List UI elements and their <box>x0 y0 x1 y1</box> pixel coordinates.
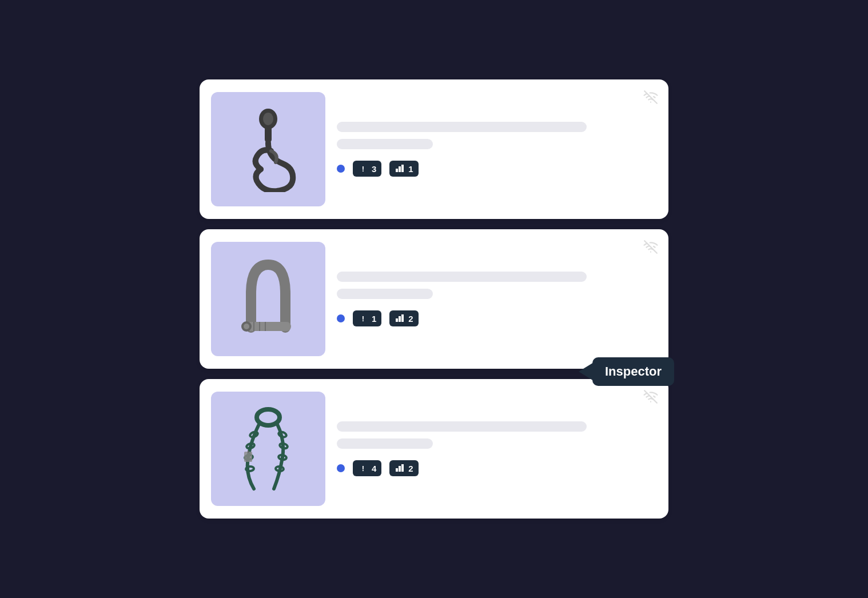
svg-rect-3 <box>396 169 398 172</box>
skeleton-sub-1 <box>337 139 433 149</box>
shackle-image <box>234 253 302 345</box>
alert-icon-1: ! <box>358 164 368 174</box>
alert-badge-3: ! 4 <box>353 460 381 476</box>
card-image-chain <box>211 392 325 506</box>
card-meta-2: ! 1 2 <box>337 310 657 326</box>
inspector-tooltip-area: Inspector <box>579 357 674 386</box>
alert-count-2: 1 <box>372 314 376 324</box>
card-content-hook: ! 3 1 <box>337 122 657 177</box>
status-dot-1 <box>337 165 345 173</box>
alert-icon-2: ! <box>358 313 368 324</box>
svg-rect-16 <box>401 314 404 322</box>
chart-count-3: 2 <box>408 464 413 473</box>
card-shackle[interactable]: ! 1 2 <box>200 229 668 369</box>
card-content-chain: ! 4 2 <box>337 421 657 476</box>
status-dot-3 <box>337 464 345 472</box>
alert-badge-2: ! 1 <box>353 310 381 326</box>
chart-badge-2: 2 <box>389 310 418 326</box>
svg-rect-28 <box>244 452 252 462</box>
svg-point-10 <box>244 324 249 329</box>
svg-rect-31 <box>399 466 401 472</box>
card-content-shackle: ! 1 2 <box>337 272 657 326</box>
cloud-off-icon-1 <box>643 90 658 108</box>
chart-count-1: 1 <box>408 164 413 174</box>
cloud-off-icon-3 <box>643 389 658 408</box>
chart-badge-3: 2 <box>389 460 418 476</box>
chart-icon-3 <box>395 463 405 473</box>
card-hook[interactable]: ! 3 1 <box>200 79 668 219</box>
chart-count-2: 2 <box>408 314 413 324</box>
card-chain[interactable]: ! 4 2 <box>200 379 668 519</box>
skeleton-sub-2 <box>337 289 433 299</box>
chain-image <box>240 400 297 497</box>
svg-rect-15 <box>399 316 401 322</box>
svg-rect-8 <box>245 322 291 331</box>
skeleton-sub-3 <box>337 438 433 449</box>
alert-icon-3: ! <box>358 463 368 473</box>
chart-badge-1: 1 <box>389 161 418 177</box>
chart-icon-1 <box>395 164 405 174</box>
skeleton-title-3 <box>337 421 587 432</box>
svg-rect-14 <box>396 318 398 322</box>
card-meta-1: ! 3 1 <box>337 161 657 177</box>
svg-point-1 <box>263 113 273 125</box>
alert-count-3: 4 <box>372 464 376 473</box>
card-image-shackle <box>211 242 325 356</box>
inspector-tooltip: Inspector <box>592 357 674 386</box>
status-dot-2 <box>337 314 345 322</box>
alert-count-1: 3 <box>372 164 376 174</box>
hook-image <box>237 106 300 192</box>
skeleton-title-2 <box>337 272 587 282</box>
inspector-arrow <box>579 362 594 381</box>
skeleton-title-1 <box>337 122 587 132</box>
svg-rect-30 <box>396 468 398 472</box>
svg-rect-5 <box>401 165 404 172</box>
svg-rect-32 <box>401 464 404 472</box>
chart-icon-2 <box>395 313 405 324</box>
card-meta-3: ! 4 2 <box>337 460 657 476</box>
svg-rect-4 <box>399 166 401 172</box>
card-image-hook <box>211 92 325 206</box>
card-list: ! 3 1 <box>200 79 668 519</box>
svg-point-23 <box>246 466 254 471</box>
alert-badge-1: ! 3 <box>353 161 381 177</box>
cloud-off-icon-2 <box>643 240 658 258</box>
